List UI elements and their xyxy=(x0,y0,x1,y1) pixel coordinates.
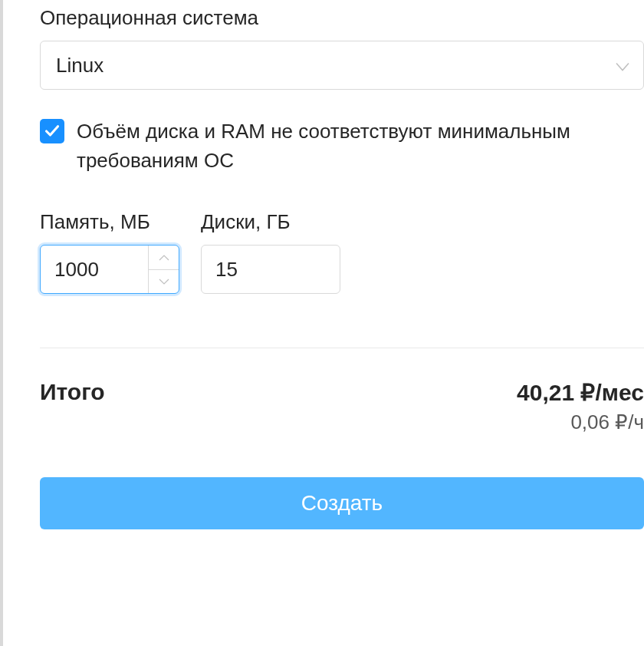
divider xyxy=(40,348,644,348)
price-block: 40,21 ₽/мес 0,06 ₽/ч xyxy=(517,379,644,434)
memory-step-down[interactable] xyxy=(149,270,179,294)
os-label: Операционная система xyxy=(40,6,644,30)
create-button[interactable]: Создать xyxy=(40,477,644,529)
memory-step-up[interactable] xyxy=(149,246,179,270)
requirements-checkbox[interactable] xyxy=(40,119,64,143)
vm-config-panel: Операционная система Linux Объём диска и… xyxy=(0,0,644,646)
chevron-down-icon xyxy=(616,54,629,77)
memory-label: Память, МБ xyxy=(40,210,179,234)
memory-stepper xyxy=(148,246,179,293)
disk-input[interactable]: 15 xyxy=(201,245,340,294)
disk-value: 15 xyxy=(202,258,340,282)
requirements-warning-text: Объём диска и RAM не соответствуют миним… xyxy=(77,117,644,175)
resource-inputs-row: Память, МБ 1000 Диски, ГБ 15 xyxy=(40,210,644,294)
memory-value: 1000 xyxy=(41,258,148,282)
memory-input[interactable]: 1000 xyxy=(40,245,179,294)
total-row: Итого 40,21 ₽/мес 0,06 ₽/ч xyxy=(40,379,644,434)
memory-group: Память, МБ 1000 xyxy=(40,210,179,294)
os-select[interactable]: Linux xyxy=(40,41,644,90)
create-button-label: Создать xyxy=(301,491,383,516)
disk-group: Диски, ГБ 15 xyxy=(201,210,340,294)
disk-label: Диски, ГБ xyxy=(201,210,340,234)
total-label: Итого xyxy=(40,379,105,405)
price-monthly: 40,21 ₽/мес xyxy=(517,379,644,406)
requirements-warning-row: Объём диска и RAM не соответствуют миним… xyxy=(40,117,644,175)
os-select-value: Linux xyxy=(56,54,104,77)
price-hourly: 0,06 ₽/ч xyxy=(517,410,644,434)
